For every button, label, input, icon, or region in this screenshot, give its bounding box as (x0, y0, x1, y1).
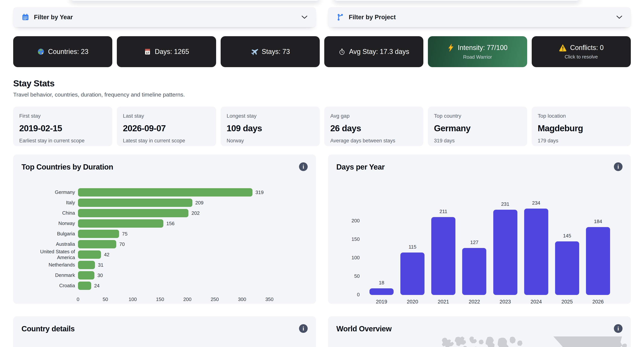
bar-netherlands[interactable] (78, 261, 95, 269)
bar-2024[interactable] (524, 209, 548, 295)
summary-last-stay: Last stay 2026-09-07 Latest stay in curr… (117, 107, 216, 146)
bar-norway[interactable] (78, 219, 163, 228)
summary-label: Top location (538, 113, 625, 119)
stopwatch-icon (338, 48, 346, 55)
summary-sub: 179 days (538, 138, 625, 144)
bar-value: 115 (408, 244, 416, 250)
info-icon[interactable]: i (299, 324, 308, 333)
kpi-intensity-sub: Road Warrior (463, 54, 492, 60)
airplane-icon (250, 48, 258, 56)
kpi-conflicts-text: Conflicts: 0 (570, 44, 604, 52)
summary-sub: Average days between stays (330, 138, 417, 144)
bar-track: 319 (78, 188, 308, 196)
kpi-days: 17 Days: 1265 (117, 36, 216, 67)
bar-row-norway: Norway156 (22, 218, 308, 229)
kpi-avg-stay: Avg Stay: 17.3 days (324, 36, 423, 67)
kpi-stays-text: Stays: 73 (262, 48, 290, 56)
bar-china[interactable] (78, 209, 188, 217)
chevron-down-icon (301, 15, 308, 19)
bar-label: Germany (22, 189, 78, 195)
duration-chart-x-axis: 050100150200250300350 (78, 296, 308, 304)
bar-value: 234 (532, 200, 540, 206)
bar-2020[interactable] (400, 252, 424, 295)
x-tick-label: 0 (77, 296, 79, 302)
chart-title: Top Countries by Duration (22, 163, 308, 171)
x-tick-label: 2020 (407, 299, 418, 305)
info-icon[interactable]: i (614, 324, 622, 333)
summary-label: Avg gap (330, 113, 417, 119)
x-tick-label: 2021 (438, 299, 449, 305)
bar-column-2019: 182019 (370, 206, 394, 295)
y-tick-label: 200 (346, 218, 360, 224)
world-overview-card: World Overview i (328, 316, 631, 347)
x-tick-label: 2019 (376, 299, 387, 305)
kpi-intensity-text: Intensity: 77/100 (458, 44, 508, 52)
summary-sub: 319 days (434, 138, 521, 144)
chevron-down-icon (616, 15, 622, 19)
bar-2023[interactable] (493, 210, 518, 295)
summary-sub: Norway (227, 138, 314, 144)
bar-row-bulgaria: Bulgaria75 (22, 229, 308, 239)
project-diagram-icon (336, 13, 344, 21)
bar-value: 211 (440, 209, 447, 214)
info-icon[interactable]: i (299, 162, 308, 171)
bar-2022[interactable] (462, 248, 486, 295)
kpi-row: Countries: 23 17 Days: 1265 (13, 36, 631, 67)
card-title: Country details (22, 324, 308, 333)
kpi-conflicts[interactable]: Conflicts: 0 Click to resolve (532, 36, 631, 67)
kpi-intensity: Intensity: 77/100 Road Warrior (428, 36, 527, 67)
bar-column-2020: 1152020 (400, 206, 424, 295)
svg-text:17: 17 (146, 51, 149, 54)
x-tick-label: 2022 (468, 299, 480, 305)
bar-column-2023: 2312023 (493, 206, 518, 295)
bar-2021[interactable] (431, 217, 456, 295)
x-tick-label: 100 (129, 296, 137, 302)
summary-value: Germany (434, 123, 521, 133)
bar-denmark[interactable] (78, 271, 94, 279)
chart-title: Days per Year (336, 163, 622, 171)
summary-label: Top country (434, 113, 521, 119)
bar-track: 31 (78, 261, 308, 269)
bar-2026[interactable] (586, 227, 610, 295)
bar-value: 42 (104, 250, 110, 259)
filter-by-year[interactable]: Filter by Year (13, 7, 316, 27)
world-map[interactable] (434, 336, 628, 347)
bar-value: 31 (98, 261, 104, 269)
kpi-countries: Countries: 23 (13, 36, 112, 67)
bar-italy[interactable] (78, 199, 192, 207)
bar-value: 18 (379, 280, 384, 286)
bar-2025[interactable] (555, 241, 579, 295)
bar-germany[interactable] (78, 188, 252, 196)
bar-value: 209 (196, 199, 204, 207)
x-tick-label: 2023 (500, 299, 511, 305)
summary-value: 2026-09-07 (123, 123, 210, 133)
bar-value: 127 (470, 239, 478, 245)
bar-australia[interactable] (78, 240, 116, 248)
summary-first-stay: First stay 2019-02-15 Earliest stay in c… (13, 107, 112, 146)
summary-value: 109 days (227, 123, 314, 133)
bar-value: 156 (166, 219, 174, 228)
bar-croatia[interactable] (78, 281, 91, 290)
bar-label: Norway (22, 220, 78, 226)
bar-track: 209 (78, 199, 308, 207)
bar-track: 30 (78, 271, 308, 279)
bar-label: Australia (22, 241, 78, 247)
summary-value: 2019-02-15 (19, 123, 106, 133)
bar-track: 42 (78, 250, 308, 259)
filter-by-project[interactable]: Filter by Project (328, 7, 631, 27)
bar-bulgaria[interactable] (78, 230, 119, 238)
bar-row-netherlands: Netherlands31 (22, 260, 308, 270)
x-tick-label: 350 (265, 296, 274, 302)
summary-label: First stay (19, 113, 106, 119)
info-icon[interactable]: i (614, 162, 622, 171)
days-per-year-bar-chart: 0501001502001820191152020211202112720222… (336, 206, 622, 295)
bar-track: 202 (78, 209, 308, 217)
bar-2019[interactable] (370, 288, 394, 295)
y-tick-label: 50 (346, 273, 360, 279)
bar-value: 145 (563, 233, 571, 239)
summary-value: Magdeburg (538, 123, 625, 133)
bar-united-states-of-america[interactable] (78, 250, 101, 259)
bar-track: 24 (78, 281, 308, 290)
y-tick-label: 150 (346, 236, 360, 242)
bar-label: Croatia (22, 283, 78, 288)
